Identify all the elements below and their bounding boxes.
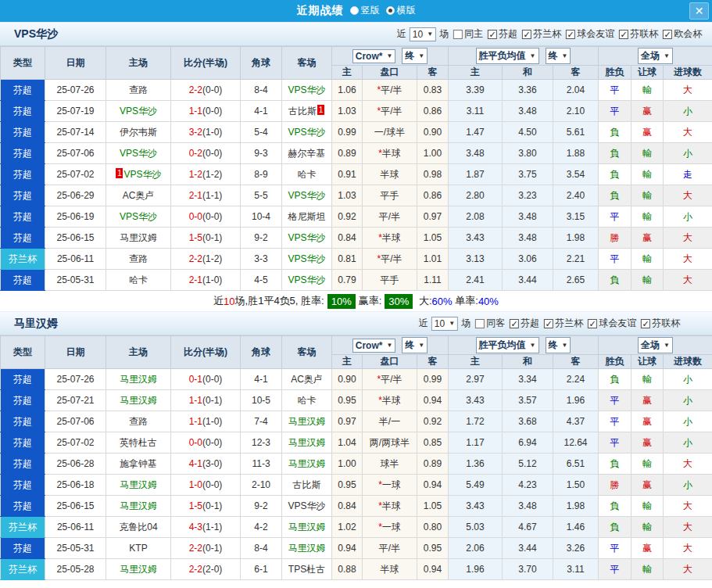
match-type: 芬超 [1,122,45,143]
filter-checkbox[interactable]: ✓ [522,30,531,39]
match-date: 25-06-28 [45,454,106,475]
content-area: VPS华沙近10▼场同主✓芬超✓芬兰杯✓球会友谊✓芬联杯✓欧会杯类型日期主场比分… [0,22,712,580]
result-wdl: 負 [599,496,631,517]
layout-radio-1[interactable]: 横版 [386,4,416,17]
eu-draw-odds: 3.48 [503,228,553,249]
chevron-down-icon: ▼ [664,342,670,349]
table-row: 芬超25-07-21马里汉姆1-1(0-1)10-5哈卡0.95*半球0.943… [1,390,712,411]
corners: 4-1 [241,101,282,122]
sub-column-header-4: 和 [503,355,553,369]
layout-radio-0[interactable]: 竖版 [350,4,380,17]
sub-column-header-6: 胜负 [599,355,631,369]
away-team-name: 赫尔辛基 [288,148,326,159]
europe-final-dropdown[interactable]: 终▼ [546,48,571,64]
ah-line: 两/两球半 [363,432,417,454]
ah-line-text: 平/半 [381,374,402,385]
filter-checkbox[interactable]: ✓ [663,30,672,39]
result-goals: 大 [664,517,712,538]
handicap-company-dropdown[interactable]: Crow*▼ [352,339,396,353]
handicap-final-dropdown[interactable]: 终▼ [402,337,428,353]
ah-line: *半球 [363,496,417,517]
filter-checkbox[interactable]: ✓ [619,30,628,39]
ah-home-odds: 1.02 [332,517,363,538]
europe-odds-dropdown[interactable]: 胜平负均值▼ [476,337,539,353]
corners: 6-1 [241,559,282,580]
away-team-name: VPS华沙 [288,190,325,201]
dropdown-value: 终 [549,49,558,63]
match-type: 芬超 [1,164,45,185]
half-time-score: (3-0) [202,458,222,469]
europe-final-dropdown[interactable]: 终▼ [546,337,571,353]
home-team-name: VPS华沙 [123,169,161,180]
eu-home-odds: 3.48 [449,143,503,164]
sub-column-header-5: 客 [553,355,599,369]
half-time-score: (0-0) [202,211,222,222]
result-goals: 大 [664,538,712,559]
filter-checkbox[interactable]: ✓ [566,30,575,39]
result-handicap: 輸 [631,206,664,228]
eu-home-odds: 1.96 [449,559,503,580]
eu-home-odds: 1.87 [449,164,503,185]
table-row: 芬超25-06-29AC奥卢2-1(1-1)5-5VPS华沙1.03平手0.86… [1,185,712,206]
win-rate-badge: 10% [327,294,356,309]
full-time-score: 1-1 [189,416,202,427]
eu-home-odds: 1.72 [449,411,503,432]
table-header-row-controls: 类型日期主场比分(半场)角球客场Crow*▼终▼胜平负均值▼终▼全场▼ [1,47,712,66]
match-count-dropdown[interactable]: 10▼ [431,317,458,331]
league-filter-label-2: 球会友谊 [599,317,636,330]
match-type: 芬超 [1,206,45,228]
ah-away-odds: 0.80 [417,517,449,538]
dropdown-value: 10 [413,29,423,40]
filter-checkbox[interactable] [453,30,463,39]
eu-draw-odds: 3.36 [503,80,553,101]
corners: 8-9 [241,164,282,185]
result-goals: 小 [664,369,712,390]
match-date: 25-06-19 [45,206,106,228]
filter-checkbox[interactable]: ✓ [510,319,519,328]
filter-checkbox[interactable]: ✓ [588,319,597,328]
home-team: VPS华沙 [106,206,171,228]
eu-draw-odds: 3.68 [503,411,553,432]
filter-checkbox[interactable]: ✓ [488,30,497,39]
close-button[interactable]: ✕ [689,2,709,20]
scope-dropdown[interactable]: 全场▼ [638,337,673,353]
table-row: 芬超25-07-021VPS华沙1-2(1-2)8-9哈卡0.91半球0.981… [1,164,712,185]
home-team-name: 英特杜古 [120,437,157,448]
ah-line: *平/半 [363,80,417,101]
corners: 9-2 [241,228,282,249]
result-handicap: 赢 [631,228,664,249]
corners: 10-4 [241,206,282,228]
summary-record: 场,胜1平4负5, 胜率: [235,294,324,308]
match-score: 2-1(1-1) [171,185,241,206]
full-time-score: 4-1 [189,458,202,469]
eu-draw-odds: 3.44 [503,538,553,559]
handicap-company-dropdown[interactable]: Crow*▼ [352,49,396,63]
home-team: 伊尔韦斯 [106,122,171,143]
ah-line: 平手 [363,185,417,206]
eu-home-odds: 2.06 [449,538,503,559]
europe-header-group: 胜平负均值▼终▼ [449,336,599,355]
result-goals: 大 [664,122,712,143]
filter-checkbox[interactable]: ✓ [641,319,650,328]
match-score: 4-1(3-0) [171,454,241,475]
filter-checkbox[interactable] [475,319,485,328]
column-header-2: 主场 [106,47,171,80]
match-count-dropdown[interactable]: 10▼ [410,27,436,41]
table-row: 芬超25-07-19VPS华沙1-1(0-0)4-1古比斯11.03*平/半0.… [1,101,712,122]
table-row: 芬超25-06-28施拿钟基4-1(3-0)11-3马里汉姆1.00球半0.89… [1,454,712,475]
filter-checkbox[interactable]: ✓ [544,319,553,328]
table-row: 芬超25-07-26马里汉姆0-1(0-0)4-1AC奥卢0.90*平/半0.9… [1,369,712,390]
eu-away-odds: 3.11 [553,559,599,580]
match-date: 25-06-15 [45,228,106,249]
europe-odds-dropdown[interactable]: 胜平负均值▼ [476,48,539,64]
match-score: 3-2(1-0) [171,122,241,143]
table-row: 芬超25-07-06VPS华沙0-2(0-0)9-3赫尔辛基0.89*半球1.0… [1,143,712,164]
home-team: 马里汉姆 [106,475,171,496]
match-date: 25-07-26 [45,80,106,101]
result-goals: 小 [664,206,712,228]
match-type: 芬超 [1,411,45,432]
scope-dropdown[interactable]: 全场▼ [638,48,673,64]
handicap-final-dropdown[interactable]: 终▼ [402,48,428,64]
eu-draw-odds: 4.50 [503,122,553,143]
match-date: 25-07-21 [45,390,106,411]
